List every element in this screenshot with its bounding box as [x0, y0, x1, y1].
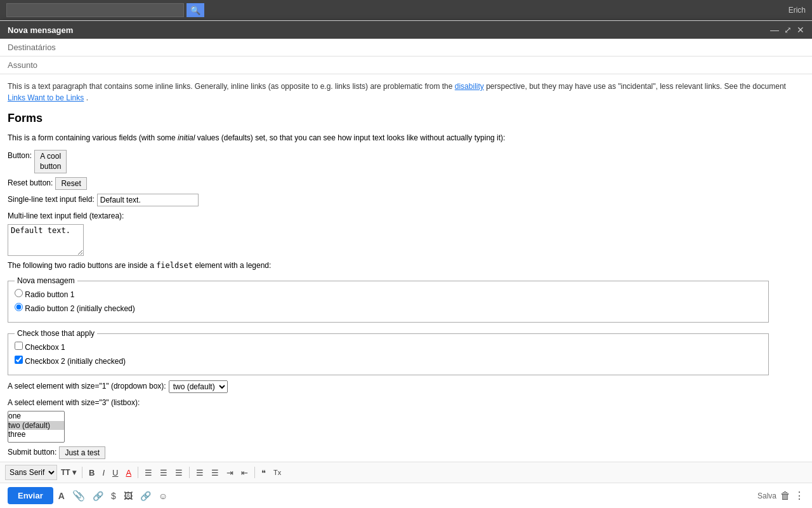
user-name: Erich — [789, 6, 806, 15]
search-button[interactable]: 🔍 — [187, 3, 204, 17]
search-area: 🔍 — [6, 3, 204, 17]
top-bar: 🔍 Erich — [0, 0, 812, 20]
search-input[interactable] — [6, 3, 184, 17]
